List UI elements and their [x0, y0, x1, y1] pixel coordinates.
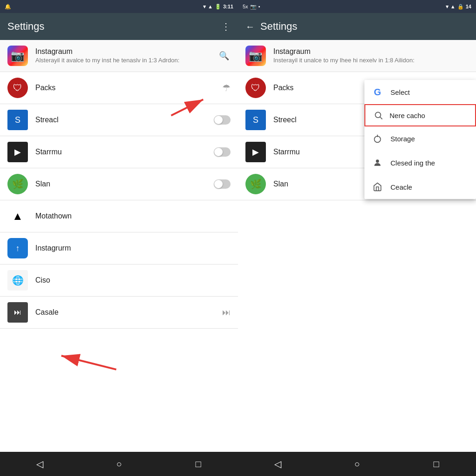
left-item-instagrurm[interactable]: ↑ Instagrurm — [0, 232, 238, 264]
starrmu-action[interactable] — [212, 147, 231, 157]
left-item-slan[interactable]: 🌿 Slan — [0, 168, 238, 200]
right-home-btn[interactable]: ○ — [348, 455, 366, 473]
right-item-instagram[interactable]: 📷 Instagraum Insterayil it unalce to my … — [238, 40, 476, 72]
right-app-bar-title: Settings — [260, 20, 298, 33]
svg-line-4 — [380, 117, 383, 119]
dropdown-item-ceacle[interactable]: Ceacle — [364, 175, 476, 199]
right-battery-icon: 🔒 — [457, 4, 464, 10]
dropdown-item-storage[interactable]: Storage — [364, 126, 476, 151]
left-menu-icon[interactable]: ⋮ — [221, 21, 231, 32]
stream-icon: S — [7, 110, 28, 130]
right-starmyu-icon: ▶ — [245, 142, 266, 162]
search-icon-btn[interactable]: 🔍 — [218, 49, 231, 62]
streacl-toggle[interactable] — [214, 115, 231, 125]
wifi-icon: ▾ — [203, 4, 206, 10]
left-item-motathown[interactable]: ▲ Motathown — [0, 200, 238, 232]
dropdown-search-icon — [373, 110, 384, 121]
right-content: 📷 Instagraum Insterayil it unalce to my … — [238, 40, 476, 452]
left-status-time: ▾ ▲ 🔋 3:11 — [203, 4, 233, 10]
right-notification-icon: 📷 — [250, 4, 257, 10]
instagram-subtitle: Alsterayil it avalce to my inst he tenas… — [35, 57, 212, 65]
power-icon — [372, 133, 383, 144]
right-phone-panel: 5x 📷 • ▾ ▲ 🔒 14 ← Settings 📷 Instagraum — [238, 0, 476, 476]
left-back-btn[interactable]: ◁ — [30, 455, 49, 473]
left-status-bar: 🔔 ▾ ▲ 🔋 3:11 — [0, 0, 238, 13]
casale-title: Casale — [35, 308, 212, 317]
motathown-title: Motathown — [35, 212, 231, 220]
right-instagram-content: Instagraum Insterayil it unalce to my lh… — [273, 47, 469, 65]
svg-point-5 — [376, 159, 379, 163]
left-app-bar: Settings ⋮ — [0, 13, 238, 40]
casale-icon: ⏭ — [7, 302, 28, 323]
starrmu-content: Starrmu — [35, 148, 212, 156]
svg-point-3 — [375, 112, 381, 118]
instagram-action: 🔍 — [212, 49, 231, 62]
right-dot-icon: • — [258, 4, 260, 9]
left-item-casale[interactable]: ⏭ Casale ⏭ — [0, 297, 238, 329]
right-status-bar: 5x 📷 • ▾ ▲ 🔒 14 — [238, 0, 476, 13]
left-settings-list: 📷 Instagraum Alsterayil it avalce to my … — [0, 40, 238, 452]
left-recents-btn[interactable]: □ — [189, 455, 208, 473]
left-item-packs[interactable]: 🛡 Packs ☂ — [0, 72, 238, 104]
right-back-btn[interactable]: ◁ — [268, 455, 287, 473]
packs-action: ☂ — [212, 82, 231, 93]
slan-toggle-thumb — [214, 180, 223, 188]
right-status-right: ▾ ▲ 🔒 14 — [446, 4, 471, 10]
instagram-icon: 📷 — [7, 46, 28, 66]
casale-nav-icon: ⏭ — [222, 308, 231, 317]
right-slan-icon: 🌿 — [245, 174, 266, 194]
signal-icon: ▲ — [208, 4, 213, 9]
right-time-display: 14 — [466, 4, 471, 9]
right-instagram-subtitle: Insterayil it unalce to my lhee hi nexel… — [273, 57, 469, 65]
battery-icon: 🔋 — [215, 4, 221, 10]
dropdown-item-clesed[interactable]: Clesed ing the — [364, 151, 476, 175]
left-status-icons: 🔔 — [5, 4, 11, 10]
packs-title: Packs — [35, 84, 212, 92]
right-wifi-icon: ▾ — [446, 4, 449, 10]
casale-action: ⏭ — [212, 308, 231, 317]
dropdown-clesed-label: Clesed ing the — [390, 159, 435, 167]
starmyu-icon: ▶ — [7, 142, 28, 162]
ciso-icon: 🌐 — [7, 270, 28, 291]
starrmu-toggle-thumb — [214, 148, 223, 156]
instagram-title: Instagraum — [35, 47, 212, 56]
instagram-content: Instagraum Alsterayil it avalce to my in… — [35, 47, 212, 65]
umbrella-icon: ☂ — [222, 82, 231, 93]
motathown-content: Motathown — [35, 212, 231, 220]
dropdown-select-label: Select — [390, 88, 410, 96]
right-status-left: 5x 📷 • — [243, 4, 260, 10]
right-signal-icon: ▲ — [450, 4, 456, 9]
packs-content: Packs — [35, 84, 212, 92]
left-item-streacl[interactable]: S Streacl — [0, 104, 238, 136]
streacl-action[interactable] — [212, 115, 231, 125]
dropdown-ceacle-label: Ceacle — [390, 183, 412, 191]
google-g-icon: G — [372, 86, 383, 98]
right-app-bar-left: ← Settings — [245, 20, 298, 33]
left-item-starrmu[interactable]: ▶ Starrmu — [0, 136, 238, 168]
right-5x-label: 5x — [243, 4, 248, 9]
instagrurm-title: Instagrurm — [35, 244, 231, 252]
streacl-toggle-thumb — [214, 116, 223, 124]
left-app-bar-title: Settings — [7, 20, 45, 33]
notification-icon: 🔔 — [5, 4, 11, 10]
left-nav-bar: ◁ ○ □ — [0, 452, 238, 476]
home-icon — [372, 181, 383, 192]
left-item-instagram[interactable]: 📷 Instagraum Alsterayil it avalce to my … — [0, 40, 238, 72]
left-home-btn[interactable]: ○ — [110, 455, 128, 473]
left-phone-panel: 🔔 ▾ ▲ 🔋 3:11 Settings ⋮ 📷 Instagraum Als… — [0, 0, 238, 476]
left-item-ciso[interactable]: 🌐 Ciso — [0, 264, 238, 297]
dropdown-menu: G Select Nere cacho — [364, 80, 476, 199]
casale-content: Casale — [35, 308, 212, 317]
left-content: 📷 Instagraum Alsterayil it avalce to my … — [0, 40, 238, 452]
packs-icon: 🛡 — [7, 78, 28, 98]
dropdown-item-search[interactable]: Nere cacho — [364, 104, 476, 126]
starrmu-title: Starrmu — [35, 148, 212, 156]
dropdown-item-select[interactable]: G Select — [364, 80, 476, 104]
slan-action[interactable] — [212, 179, 231, 189]
right-back-icon[interactable]: ← — [245, 21, 255, 32]
right-app-bar: ← Settings — [238, 13, 476, 40]
slan-toggle[interactable] — [214, 179, 231, 189]
starrmu-toggle[interactable] — [214, 147, 231, 157]
streacl-title: Streacl — [35, 116, 212, 124]
right-recents-btn[interactable]: □ — [427, 455, 446, 473]
